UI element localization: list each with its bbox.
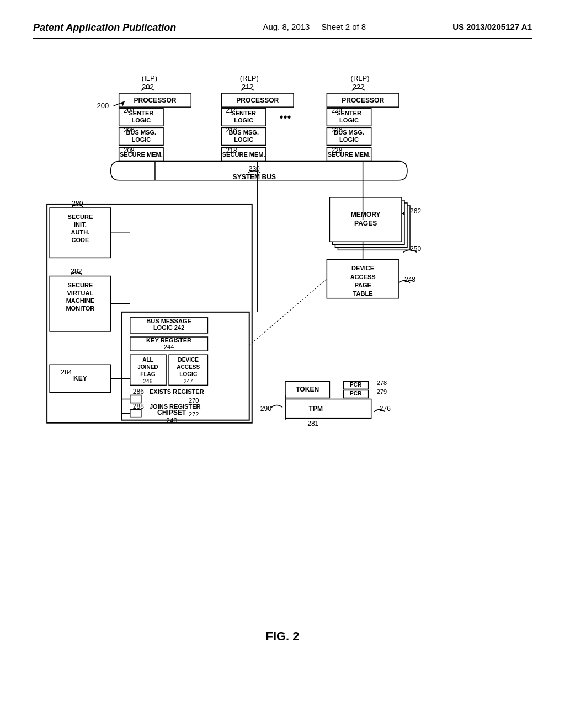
svg-rect-68 xyxy=(285,399,371,419)
svg-text:272: 272 xyxy=(189,411,199,417)
figure-label: FIG. 2 xyxy=(33,629,532,644)
all-joined-flag-246: ALL xyxy=(142,357,153,363)
label-288: 288 xyxy=(133,403,144,410)
svg-text:VIRTUAL: VIRTUAL xyxy=(67,290,93,296)
system-bus-label: SYSTEM BUS xyxy=(233,173,276,181)
secure-mem-1: SECURE MEM. xyxy=(120,151,163,158)
page: Patent Application Publication Aug. 8, 2… xyxy=(0,0,565,728)
publication-title: Patent Application Publication xyxy=(33,22,176,34)
label-262: 262 xyxy=(410,207,421,215)
label-281: 281 xyxy=(307,420,318,427)
processor-1-label: PROCESSOR xyxy=(134,97,176,104)
senter-logic-1: SENTER xyxy=(129,110,153,116)
svg-text:LOGIC: LOGIC xyxy=(234,136,253,143)
memory-pages-label: MEMORY xyxy=(351,211,381,218)
svg-text:INIT.: INIT. xyxy=(74,221,87,228)
label-202: 202 xyxy=(142,83,154,91)
pcr-279: PCR xyxy=(350,390,362,397)
svg-line-79 xyxy=(249,279,327,346)
label-290: 290 xyxy=(260,405,271,413)
label-222: 222 xyxy=(353,83,365,91)
patent-number: US 2013/0205127 A1 xyxy=(452,22,532,31)
svg-text:LOGIC: LOGIC xyxy=(234,117,253,124)
svg-text:TABLE: TABLE xyxy=(353,290,373,297)
header-center: Aug. 8, 2013 Sheet 2 of 8 xyxy=(263,22,366,31)
svg-text:ACCESS: ACCESS xyxy=(177,364,200,370)
svg-text:LOGIC: LOGIC xyxy=(339,136,359,143)
processor-3-label: PROCESSOR xyxy=(342,97,384,104)
svg-text:LOGIC: LOGIC xyxy=(131,117,151,124)
secure-mem-3: SECURE MEM. xyxy=(328,151,371,158)
joins-register-label: JOINS REGISTER xyxy=(150,403,201,410)
token-label: TOKEN xyxy=(296,386,319,393)
dots: ••• xyxy=(279,111,291,123)
chipset-label: CHIPSET xyxy=(157,409,186,416)
senter-logic-2: SENTER xyxy=(231,110,256,116)
bus-msg-logic-242: BUS MESSAGE xyxy=(146,318,191,324)
svg-text:MACHINE: MACHINE xyxy=(66,297,94,304)
page-header: Patent Application Publication Aug. 8, 2… xyxy=(33,22,532,39)
svg-text:ACCESS: ACCESS xyxy=(350,274,376,280)
rlp-label-1: (RLP) xyxy=(240,74,259,82)
svg-text:CODE: CODE xyxy=(71,237,89,243)
device-access-logic-247: DEVICE xyxy=(178,357,199,363)
svg-text:LOGIC 242: LOGIC 242 xyxy=(153,324,184,331)
svg-text:AUTH.: AUTH. xyxy=(71,229,90,235)
bus-msg-logic-2: BUS MSG. xyxy=(228,129,259,136)
date: Aug. 8, 2013 xyxy=(263,22,310,31)
senter-logic-3: SENTER xyxy=(337,110,361,116)
key-register-244: KEY REGISTER xyxy=(146,337,191,344)
label-284: 284 xyxy=(61,368,72,376)
label-279: 279 xyxy=(377,388,387,395)
svg-text:JOINED: JOINED xyxy=(137,364,158,370)
svg-text:LOGIC: LOGIC xyxy=(179,371,197,377)
ilp-label: (ILP) xyxy=(142,74,157,82)
svg-text:LOGIC: LOGIC xyxy=(131,136,151,143)
svg-rect-52 xyxy=(130,410,141,417)
label-278: 278 xyxy=(377,379,387,386)
sheet: Sheet 2 of 8 xyxy=(321,22,366,31)
svmm-label: SECURE xyxy=(67,282,93,288)
processor-2-label: PROCESSOR xyxy=(236,97,279,104)
svg-text:PAGE: PAGE xyxy=(354,282,371,288)
label-212: 212 xyxy=(242,83,254,91)
bus-msg-logic-3: BUS MSG. xyxy=(334,129,364,136)
exists-register-label: EXISTS REGISTER xyxy=(150,388,204,395)
pcr-278: PCR xyxy=(350,382,362,388)
label-248: 248 xyxy=(404,276,415,283)
svg-rect-50 xyxy=(130,395,141,403)
label-286: 286 xyxy=(133,388,144,395)
svg-text:MONITOR: MONITOR xyxy=(66,305,94,312)
svg-text:246: 246 xyxy=(143,378,153,384)
svg-text:PAGES: PAGES xyxy=(354,220,377,227)
label-200: 200 xyxy=(97,101,109,110)
label-276: 276 xyxy=(380,405,391,413)
key-label: KEY xyxy=(73,374,87,382)
svg-text:FLAG: FLAG xyxy=(140,371,155,377)
bus-msg-logic-1: BUS MSG. xyxy=(126,129,157,136)
secure-mem-2: SECURE MEM. xyxy=(222,151,265,158)
secure-init-label: SECURE xyxy=(67,213,93,220)
diagram-svg: (ILP) 202 (RLP) 212 (RLP) 222 200 PROCES… xyxy=(33,45,532,624)
svg-text:247: 247 xyxy=(184,378,193,384)
label-240: 240 xyxy=(166,417,177,425)
svg-marker-1 xyxy=(121,101,125,106)
svg-text:LOGIC: LOGIC xyxy=(339,117,359,124)
tpm-label: TPM xyxy=(309,405,323,413)
rlp-label-2: (RLP) xyxy=(351,74,370,82)
device-access-page-table: DEVICE xyxy=(351,265,374,271)
svg-text:244: 244 xyxy=(164,344,174,350)
diagram-area: (ILP) 202 (RLP) 212 (RLP) 222 200 PROCES… xyxy=(33,45,532,624)
